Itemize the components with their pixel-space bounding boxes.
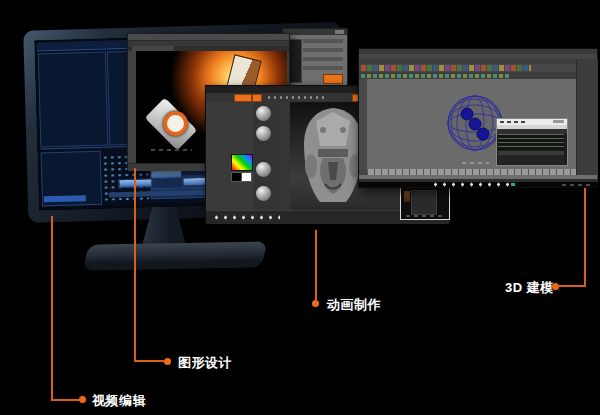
dialog-control-rows[interactable] <box>303 39 343 73</box>
label-video-editing: 视频编辑 <box>92 392 146 410</box>
monitor-stand-base <box>83 241 268 270</box>
bottom-bar-icons[interactable] <box>210 214 280 221</box>
tool-palette[interactable] <box>206 102 255 210</box>
label-graphic-design: 图形设计 <box>178 354 232 372</box>
zbrush-popup-panel[interactable] <box>400 187 450 220</box>
callout-line-modeling <box>584 188 586 287</box>
material-sphere[interactable] <box>256 162 271 177</box>
maya-shelf[interactable] <box>359 64 597 72</box>
caption-text-left <box>148 147 192 152</box>
logo-badge <box>163 111 188 136</box>
callout-line-video-editing <box>51 399 79 401</box>
popup-menu[interactable] <box>411 190 437 215</box>
bullet-dot <box>164 358 171 365</box>
channel-box-panel[interactable] <box>576 59 598 181</box>
shelf-icons[interactable] <box>361 65 531 71</box>
bullet-dot <box>79 396 86 403</box>
modeling-window[interactable] <box>358 48 598 188</box>
popup-thumbnail <box>404 191 410 202</box>
toolbar-icons[interactable] <box>361 74 511 78</box>
settings-dialog-window[interactable] <box>282 28 348 90</box>
material-sphere-column <box>254 102 275 210</box>
bullet-dot <box>312 300 319 307</box>
maya-viewport[interactable] <box>367 79 576 169</box>
material-sphere[interactable] <box>256 126 271 141</box>
callout-line-graphic-design <box>134 360 164 362</box>
callout-line-video-editing <box>51 216 53 400</box>
system-tray <box>559 183 593 186</box>
active-tool-button[interactable] <box>252 94 262 102</box>
material-sphere[interactable] <box>256 106 271 121</box>
script-input-area[interactable] <box>498 155 564 164</box>
viewport-camera-label <box>459 161 489 165</box>
selected-row <box>44 195 86 202</box>
callout-line-graphic-design <box>134 168 136 362</box>
dialog-accept-button[interactable] <box>323 74 343 84</box>
callout-line-animation <box>315 230 317 300</box>
secondary-color-swatch[interactable] <box>241 172 252 182</box>
dialog-window-buttons[interactable] <box>553 120 564 123</box>
toolbar-icons <box>266 94 326 100</box>
callout-line-modeling <box>559 285 586 287</box>
script-output-area[interactable] <box>498 134 564 150</box>
script-editor-dialog[interactable] <box>496 118 568 166</box>
label-3d-modeling: 3D 建模 <box>505 279 554 297</box>
active-tool-button[interactable] <box>234 94 252 102</box>
taskbar-icons[interactable] <box>429 182 509 187</box>
material-sphere[interactable] <box>256 186 271 201</box>
windows-taskbar[interactable] <box>359 182 597 187</box>
dialog-window-buttons[interactable] <box>335 30 344 34</box>
popup-status-row <box>403 214 445 218</box>
dialog-preview-strip <box>288 39 302 83</box>
label-animation: 动画制作 <box>327 296 381 314</box>
color-picker[interactable] <box>231 154 253 171</box>
stroke-alpha-column <box>274 102 291 210</box>
taskbar-app-icon[interactable] <box>511 183 515 186</box>
project-list-panel[interactable] <box>38 52 109 148</box>
